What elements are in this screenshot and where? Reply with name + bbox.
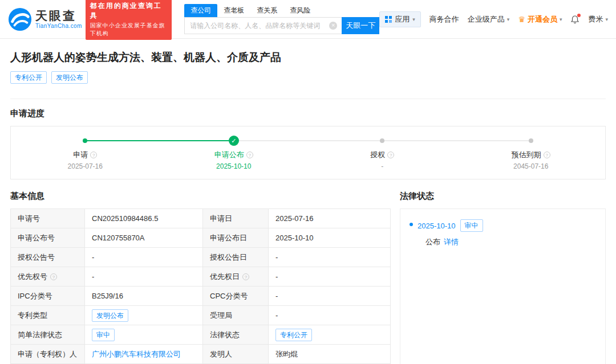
legal-status-section: 法律状态 2025-10-10 审中 公布 详情 bbox=[400, 191, 606, 364]
progress-step-published: ✓ 申请公布 ? 2025-10-10 bbox=[160, 136, 309, 170]
field-label: 简单法律状态 bbox=[11, 325, 85, 344]
help-icon[interactable]: ? bbox=[544, 152, 550, 158]
enterprise-label: 企业级产品 bbox=[468, 14, 505, 24]
table-row: 简单法律状态 审中 法律状态 专利公开 bbox=[11, 325, 390, 344]
info-columns: 基本信息 申请号 CN202510984486.5 申请日 2025-07-16… bbox=[10, 191, 606, 364]
help-icon[interactable]: ? bbox=[246, 152, 253, 158]
menu-open-vip[interactable]: ♛ 开通会员 ▾ bbox=[518, 14, 562, 24]
brand-name: 天眼查 bbox=[35, 9, 82, 23]
chevron-down-icon: ▾ bbox=[560, 17, 562, 22]
field-label: 优先权日 ? bbox=[203, 267, 269, 286]
field-label: 授权公告号 bbox=[11, 248, 85, 267]
progress-step-apply: 申请 ? 2025-07-16 bbox=[11, 136, 160, 170]
top-header: 天眼查 TianYanCha.com 都在用的商业查询工具 国家中小企业发展子基… bbox=[0, 0, 616, 39]
help-icon[interactable]: ? bbox=[90, 152, 97, 158]
table-row: 专利类型 发明公布 受理局 - bbox=[11, 305, 390, 325]
table-row: IPC分类号 B25J9/16 CPC分类号 - bbox=[11, 286, 390, 305]
help-icon[interactable]: ? bbox=[50, 273, 57, 280]
step-date: 2025-10-10 bbox=[216, 162, 251, 170]
help-icon[interactable]: ? bbox=[242, 273, 249, 280]
vip-label: 开通会员 bbox=[528, 14, 557, 24]
menu-enterprise-products[interactable]: 企业级产品 ▾ bbox=[468, 14, 510, 24]
help-icon[interactable]: ? bbox=[387, 152, 394, 158]
field-value: 张昀焜 bbox=[269, 345, 390, 363]
field-label: CPC分类号 bbox=[203, 287, 269, 305]
table-row: 授权公告号 - 授权公告日 - bbox=[11, 247, 390, 267]
field-value: - bbox=[85, 267, 203, 286]
field-value: 审中 bbox=[85, 325, 203, 344]
step-label: 申请 bbox=[73, 150, 88, 160]
search-input-wrap: × bbox=[184, 17, 342, 34]
field-value: CN202510984486.5 bbox=[85, 209, 203, 228]
step-label: 申请公布 bbox=[214, 150, 244, 160]
table-row: 申请公布号 CN120755870A 申请公布日 2025-10-10 bbox=[11, 228, 390, 247]
search-button[interactable]: 天眼一下 bbox=[342, 17, 379, 34]
step-date: 2025-07-16 bbox=[68, 162, 103, 170]
tianyancha-logo[interactable]: 天眼查 TianYanCha.com bbox=[8, 7, 82, 31]
field-label: 受理局 bbox=[203, 306, 269, 325]
apps-grid-icon bbox=[385, 16, 392, 23]
step-pending-dot bbox=[529, 138, 533, 143]
field-value: - bbox=[269, 248, 390, 267]
field-label: IPC分类号 bbox=[11, 287, 85, 305]
patent-title: 人形机器人的姿势生成方法、装置、机器人、介质及产品 bbox=[10, 50, 606, 65]
step-done-dot bbox=[83, 138, 87, 143]
step-label: 授权 bbox=[370, 150, 385, 160]
legal-status-item: 2025-10-10 审中 公布 详情 bbox=[410, 219, 596, 247]
legal-status-detail-link[interactable]: 详情 bbox=[444, 237, 459, 247]
chevron-down-icon: ▾ bbox=[605, 17, 608, 22]
field-value: CN120755870A bbox=[85, 228, 203, 247]
step-date: 2045-07-16 bbox=[513, 162, 548, 170]
application-progress-section: 申请进度 申请 ? 2025-07-16 ✓ bbox=[10, 108, 606, 179]
progress-steps: 申请 ? 2025-07-16 ✓ 申请公布 ? 2025-10-10 bbox=[11, 136, 605, 170]
progress-timeline: 申请 ? 2025-07-16 ✓ 申请公布 ? 2025-10-10 bbox=[10, 126, 606, 179]
search-bar: × 天眼一下 bbox=[184, 17, 379, 34]
tag-patent-public: 专利公开 bbox=[10, 71, 47, 84]
header-right-menu: 应用 ▾ 商务合作 企业级产品 ▾ ♛ 开通会员 ▾ bbox=[379, 11, 608, 27]
step-pending-dot bbox=[380, 138, 384, 143]
tab-search-company[interactable]: 查公司 bbox=[184, 4, 217, 17]
tab-search-relation[interactable]: 查关系 bbox=[250, 4, 283, 17]
field-label: 申请（专利权）人 bbox=[11, 345, 85, 363]
field-value: - bbox=[269, 306, 390, 325]
step-label: 预估到期 bbox=[512, 150, 541, 160]
field-label: 申请号 bbox=[11, 209, 85, 228]
field-value: B25J9/16 bbox=[85, 287, 203, 305]
logo-text: 天眼查 TianYanCha.com bbox=[35, 9, 82, 29]
patent-type-badge: 发明公布 bbox=[92, 309, 128, 322]
field-label: 申请公布号 bbox=[11, 228, 85, 247]
promo-banner: 都在用的商业查询工具 国家中小企业发展子基金旗下机构 bbox=[86, 0, 172, 40]
field-label: 优先权号 ? bbox=[11, 267, 85, 286]
tab-search-boss[interactable]: 查老板 bbox=[217, 4, 250, 17]
clear-icon[interactable]: × bbox=[329, 22, 337, 30]
progress-step-estimated-expiry: 预估到期 ? 2045-07-16 bbox=[457, 136, 606, 170]
table-row: 申请号 CN202510984486.5 申请日 2025-07-16 bbox=[11, 209, 390, 228]
main-content: 人形机器人的姿势生成方法、装置、机器人、介质及产品 专利公开 发明公布 申请进度… bbox=[0, 39, 616, 364]
basic-info-title: 基本信息 bbox=[10, 191, 391, 202]
apps-label: 应用 bbox=[395, 14, 410, 24]
apps-menu-button[interactable]: 应用 ▾ bbox=[379, 11, 421, 27]
field-value: 专利公开 bbox=[269, 325, 390, 344]
notification-dot bbox=[577, 14, 581, 17]
menu-business-cooperation[interactable]: 商务合作 bbox=[429, 14, 459, 24]
promo-line-1: 都在用的商业查询工具 bbox=[86, 0, 172, 22]
user-menu[interactable]: 费米 ▾ bbox=[588, 14, 608, 24]
notifications-button[interactable] bbox=[570, 15, 579, 24]
search-input[interactable] bbox=[184, 17, 342, 34]
patent-tags: 专利公开 发明公布 bbox=[10, 71, 606, 84]
step-check-icon: ✓ bbox=[229, 136, 239, 146]
field-label: 专利类型 bbox=[11, 306, 85, 325]
field-label: 授权公告日 bbox=[203, 248, 269, 267]
progress-step-granted: 授权 ? - bbox=[308, 136, 457, 170]
tab-search-risk[interactable]: 查风险 bbox=[283, 4, 317, 17]
page: 天眼查 TianYanCha.com 都在用的商业查询工具 国家中小企业发展子基… bbox=[0, 0, 616, 364]
field-value: - bbox=[85, 248, 203, 267]
legal-status-title: 法律状态 bbox=[400, 191, 606, 202]
field-label: 申请公布日 bbox=[203, 228, 269, 247]
progress-section-title: 申请进度 bbox=[10, 108, 606, 119]
field-value: 2025-07-16 bbox=[269, 209, 390, 228]
field-value: - bbox=[269, 267, 390, 286]
applicant-company-link[interactable]: 广州小鹏汽车科技有限公司 bbox=[92, 349, 181, 359]
patent-title-section: 人形机器人的姿势生成方法、装置、机器人、介质及产品 专利公开 发明公布 bbox=[10, 39, 606, 99]
table-row: 优先权号 ? - 优先权日 ? - bbox=[11, 267, 390, 286]
